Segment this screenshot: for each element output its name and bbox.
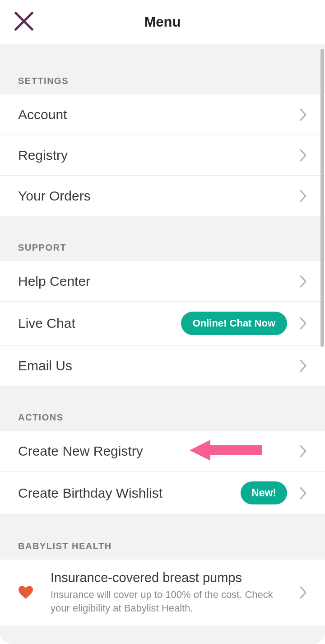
heart-icon: [18, 586, 33, 601]
menu-item-label: Create Birthday Wishlist: [18, 485, 241, 501]
chevron-right-icon: [300, 190, 307, 202]
menu-item-account[interactable]: Account: [0, 94, 325, 135]
menu-item-label: Email Us: [18, 358, 296, 373]
chevron-right-icon: [300, 487, 307, 499]
chevron-right-icon: [300, 359, 307, 372]
menu-item-label: Live Chat: [18, 316, 181, 331]
new-badge: New!: [241, 481, 287, 504]
menu-item-live-chat[interactable]: Live Chat Online! Chat Now: [0, 302, 325, 345]
section-header-babylist-health: BABYLIST HEALTH: [0, 515, 325, 560]
menu-item-create-birthday-wishlist[interactable]: Create Birthday Wishlist New!: [0, 471, 325, 515]
chevron-right-icon: [300, 445, 307, 457]
section-header-support: SUPPORT: [0, 216, 325, 261]
menu-item-help-center[interactable]: Help Center: [0, 261, 325, 302]
menu-item-label: Registry: [18, 148, 296, 163]
menu-item-subtext: Insurance will cover up to 100% of the c…: [51, 588, 296, 615]
chevron-right-icon: [300, 108, 307, 121]
close-icon: [14, 11, 34, 33]
menu-scroll-area[interactable]: SETTINGS Account Registry Your Orders SU…: [0, 44, 325, 644]
menu-item-insurance-breast-pumps[interactable]: Insurance-covered breast pumps Insurance…: [0, 560, 325, 625]
chevron-right-icon: [300, 275, 307, 288]
chevron-right-icon: [300, 586, 307, 599]
menu-item-label: Your Orders: [18, 188, 296, 204]
section-header-actions: ACTIONS: [0, 386, 325, 431]
page-title: Menu: [144, 14, 181, 30]
close-button[interactable]: [13, 11, 35, 33]
header: Menu: [0, 0, 325, 44]
menu-item-label: Create New Registry: [18, 443, 296, 459]
menu-item-label: Account: [18, 107, 296, 122]
chevron-right-icon: [300, 317, 307, 330]
menu-item-email-us[interactable]: Email Us: [0, 345, 325, 386]
scrollbar[interactable]: [320, 49, 324, 347]
menu-item-create-new-registry[interactable]: Create New Registry: [0, 431, 325, 471]
menu-screen: Menu SETTINGS Account Registry Your Orde…: [0, 0, 325, 644]
menu-item-label: Insurance-covered breast pumps: [51, 570, 296, 585]
chevron-right-icon: [300, 149, 307, 162]
menu-item-your-orders[interactable]: Your Orders: [0, 176, 325, 216]
section-header-settings: SETTINGS: [0, 44, 325, 94]
menu-item-registry[interactable]: Registry: [0, 135, 325, 176]
online-chat-badge: Online! Chat Now: [181, 312, 287, 335]
menu-item-label: Help Center: [18, 274, 296, 289]
